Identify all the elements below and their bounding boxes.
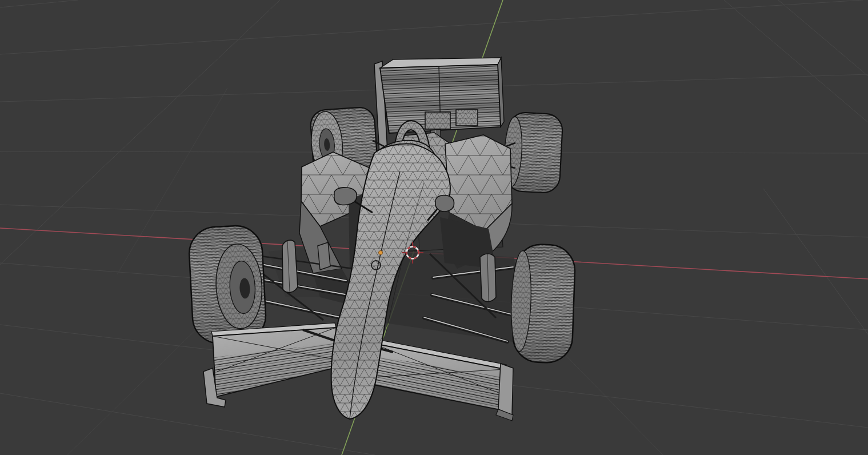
object-origin-dot[interactable] bbox=[379, 251, 383, 255]
front-wheel-right bbox=[509, 244, 575, 364]
front-wheel-left bbox=[188, 225, 267, 345]
3d-viewport[interactable]: Formula 1 race car — wireframe mesh bbox=[0, 0, 868, 455]
